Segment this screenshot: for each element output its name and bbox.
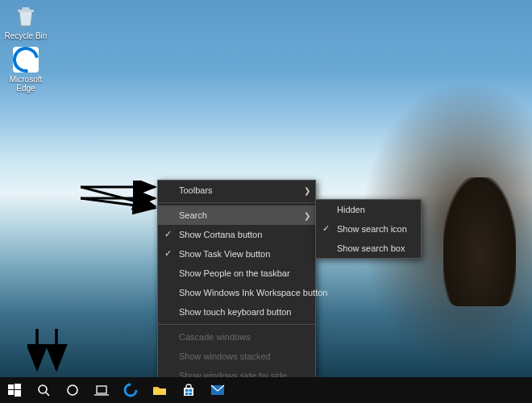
menu-label: Toolbars [179, 185, 213, 195]
folder-icon [152, 384, 167, 396]
menu-item-show-cortana[interactable]: ✓ Show Cortana button [158, 225, 315, 244]
menu-item-cascade: Cascade windows [158, 327, 315, 347]
menu-label: Show touch keyboard button [179, 307, 291, 317]
desktop-icon-label: Microsoft Edge [2, 75, 50, 93]
scenery-rock [443, 177, 516, 306]
edge-icon [13, 47, 39, 73]
chevron-right-icon: ❯ [304, 186, 310, 195]
check-icon: ✓ [164, 229, 172, 239]
taskview-icon [94, 384, 109, 396]
svg-rect-11 [15, 390, 21, 397]
submenu-item-show-search-icon[interactable]: ✓ Show search icon [316, 219, 421, 239]
svg-line-13 [46, 393, 49, 396]
taskbar-cortana-button[interactable] [58, 377, 87, 403]
recycle-bin-icon [13, 3, 39, 29]
menu-label: Show windows stacked [179, 351, 271, 361]
svg-rect-19 [189, 389, 193, 392]
taskbar[interactable] [0, 377, 532, 403]
taskbar-explorer-button[interactable] [145, 377, 174, 403]
taskbar-edge-button[interactable] [116, 377, 145, 403]
menu-item-show-touch-keyboard[interactable]: Show touch keyboard button [158, 302, 315, 322]
submenu-item-hidden[interactable]: Hidden [316, 200, 421, 219]
taskbar-mail-button[interactable] [203, 377, 232, 403]
svg-rect-9 [15, 384, 21, 389]
desktop-icon-recycle-bin[interactable]: Recycle Bin [2, 3, 50, 40]
menu-label: Show search icon [337, 224, 407, 234]
svg-rect-18 [185, 389, 189, 392]
menu-label: Show People on the taskbar [179, 268, 290, 278]
taskbar-context-menu: Toolbars ❯ Search ❯ ✓ Show Cortana butto… [157, 180, 316, 403]
svg-point-17 [125, 384, 136, 396]
store-icon [182, 384, 195, 397]
menu-label: Show Task View button [179, 249, 270, 259]
check-icon: ✓ [322, 223, 330, 234]
search-submenu: Hidden ✓ Show search icon Show search bo… [315, 199, 422, 259]
menu-label: Cascade windows [179, 332, 251, 342]
mail-icon [210, 384, 225, 396]
edge-icon [123, 383, 138, 397]
annotation-arrows-down [27, 329, 68, 376]
chevron-right-icon: ❯ [304, 211, 310, 220]
svg-line-4 [81, 187, 155, 206]
check-icon: ✓ [164, 248, 172, 259]
svg-line-5 [81, 198, 155, 208]
annotation-arrows-right [81, 181, 161, 216]
menu-label: Show Cortana button [179, 230, 262, 239]
desktop-icon-edge[interactable]: Microsoft Edge [2, 47, 50, 93]
menu-item-show-people[interactable]: Show People on the taskbar [158, 264, 315, 283]
start-button[interactable] [0, 377, 29, 403]
svg-rect-8 [8, 384, 14, 389]
desktop-icon-label: Recycle Bin [2, 31, 50, 40]
submenu-item-show-search-box[interactable]: Show search box [316, 239, 421, 258]
svg-rect-10 [8, 390, 14, 395]
taskbar-taskview-button[interactable] [87, 377, 116, 403]
svg-point-14 [68, 385, 77, 395]
taskbar-store-button[interactable] [174, 377, 203, 403]
svg-point-12 [39, 385, 47, 393]
svg-rect-15 [97, 386, 106, 393]
menu-label: Show Windows Ink Workspace button [179, 288, 327, 297]
svg-rect-20 [185, 393, 189, 395]
menu-label: Hidden [337, 205, 365, 214]
menu-label: Show search box [337, 243, 405, 253]
menu-label: Search [179, 210, 207, 220]
windows-icon [8, 384, 21, 397]
menu-item-stacked: Show windows stacked [158, 347, 315, 366]
menu-item-search[interactable]: Search ❯ [158, 206, 315, 225]
menu-item-show-taskview[interactable]: ✓ Show Task View button [158, 244, 315, 264]
menu-separator [158, 202, 315, 203]
menu-item-toolbars[interactable]: Toolbars ❯ [158, 181, 315, 200]
taskbar-search-button[interactable] [29, 377, 58, 403]
menu-item-show-ink[interactable]: Show Windows Ink Workspace button [158, 283, 315, 302]
desktop[interactable]: Recycle Bin Microsoft Edge Toolbars ❯ Se… [0, 0, 532, 403]
svg-rect-21 [189, 393, 193, 395]
search-icon [37, 384, 50, 397]
cortana-icon [66, 384, 79, 397]
menu-separator [158, 324, 315, 325]
